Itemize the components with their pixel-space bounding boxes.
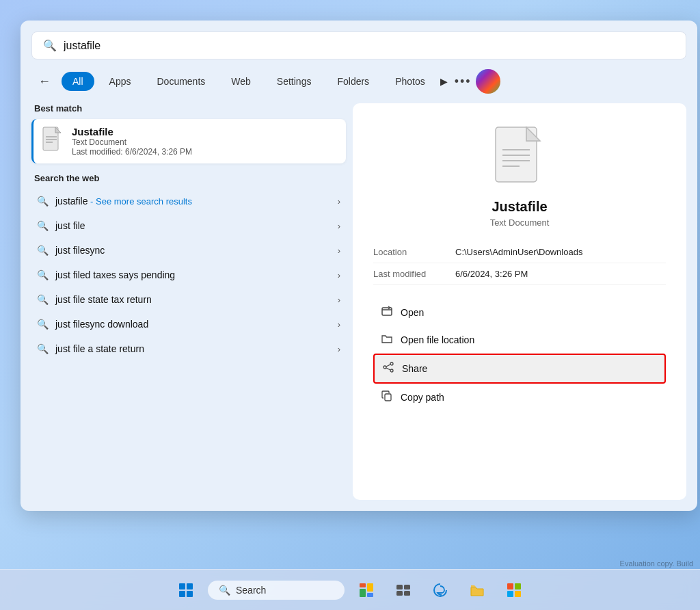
list-item[interactable]: 🔍 just filesync download ›	[31, 312, 346, 336]
svg-rect-26	[396, 585, 403, 589]
svg-rect-27	[404, 585, 410, 589]
tab-photos[interactable]: Photos	[384, 72, 436, 91]
list-item[interactable]: 🔍 just filed taxes says pending ›	[31, 263, 346, 287]
svg-line-16	[386, 368, 390, 370]
svg-rect-23	[360, 589, 366, 597]
chevron-right-icon: ›	[338, 344, 340, 354]
content-area: Best match Justafile Text Document	[31, 103, 686, 500]
file-details: Justafile Text Document Last modified: 6…	[72, 126, 192, 157]
chevron-right-icon: ›	[338, 221, 340, 231]
copy-path-button[interactable]: Copy path	[373, 384, 666, 411]
svg-rect-24	[367, 583, 373, 592]
tab-folders[interactable]: Folders	[326, 72, 380, 91]
chevron-right-icon: ›	[338, 319, 340, 330]
search-icon: 🔍	[37, 319, 49, 330]
search-icon: 🔍	[37, 294, 49, 305]
svg-rect-18	[179, 583, 185, 589]
open-file-location-label: Open file location	[401, 334, 474, 345]
list-item[interactable]: 🔍 justafile - See more search results ›	[31, 189, 346, 213]
svg-line-15	[386, 364, 390, 367]
taskbar: 🔍 Search	[0, 569, 700, 610]
search-icon: 🔍	[37, 245, 49, 256]
svg-rect-32	[507, 591, 513, 597]
best-match-label: Best match	[31, 103, 346, 114]
start-button[interactable]	[171, 575, 201, 605]
file-preview-name: Justafile	[492, 199, 547, 215]
svg-rect-11	[382, 308, 392, 315]
tab-settings[interactable]: Settings	[266, 72, 323, 91]
taskbar-search[interactable]: 🔍 Search	[208, 581, 345, 600]
svg-rect-25	[367, 593, 373, 597]
widgets-button[interactable]	[351, 575, 381, 605]
svg-point-13	[390, 369, 393, 372]
best-match-item[interactable]: Justafile Text Document Last modified: 6…	[31, 119, 346, 163]
play-button[interactable]: ▶	[440, 76, 448, 87]
search-icon: 🔍	[43, 39, 57, 52]
open-button[interactable]: Open	[373, 299, 666, 326]
meta-location-row: Location C:\Users\AdminUser\Downloads	[373, 241, 666, 263]
svg-rect-33	[515, 591, 521, 597]
search-input[interactable]	[64, 40, 675, 52]
taskbar-search-label: Search	[236, 585, 266, 596]
location-value: C:\Users\AdminUser\Downloads	[455, 247, 582, 257]
chevron-right-icon: ›	[338, 270, 340, 280]
search-panel: 🔍 ← All Apps Documents Web Settings Fold…	[21, 21, 697, 511]
chevron-right-icon: ›	[338, 246, 340, 256]
file-icon	[42, 126, 64, 157]
location-label: Location	[373, 247, 455, 257]
modified-label: Last modified	[373, 269, 455, 279]
store-button[interactable]	[499, 575, 529, 605]
search-bar: 🔍	[31, 31, 686, 59]
file-preview-type: Text Document	[490, 217, 550, 228]
svg-rect-20	[179, 591, 185, 597]
search-icon: 🔍	[37, 220, 49, 231]
file-explorer-button[interactable]	[462, 575, 492, 605]
search-icon: 🔍	[37, 343, 49, 354]
more-button[interactable]: •••	[455, 75, 472, 89]
tab-all[interactable]: All	[62, 72, 94, 91]
search-icon: 🔍	[37, 269, 49, 280]
chevron-right-icon: ›	[338, 196, 340, 207]
back-button[interactable]: ←	[34, 72, 55, 92]
svg-point-14	[383, 366, 386, 369]
svg-point-12	[390, 362, 393, 365]
result-text: just filed taxes says pending	[55, 269, 338, 280]
list-item[interactable]: 🔍 just file ›	[31, 213, 346, 238]
tab-apps[interactable]: Apps	[98, 72, 142, 91]
search-web-label: Search the web	[31, 173, 346, 183]
svg-rect-21	[187, 591, 193, 597]
open-file-location-button[interactable]: Open file location	[373, 326, 666, 354]
taskbar-search-icon: 🔍	[219, 585, 230, 596]
filter-tabs: ← All Apps Documents Web Settings Folder…	[31, 69, 686, 94]
result-text: just file a state return	[55, 343, 338, 354]
list-item[interactable]: 🔍 just file a state return ›	[31, 336, 346, 361]
tab-web[interactable]: Web	[220, 72, 262, 91]
file-name: Justafile	[72, 126, 192, 137]
copy-icon	[381, 390, 392, 404]
tab-documents[interactable]: Documents	[146, 72, 216, 91]
list-item[interactable]: 🔍 just file state tax return ›	[31, 287, 346, 312]
list-item[interactable]: 🔍 just filesync ›	[31, 238, 346, 263]
modified-value: 6/6/2024, 3:26 PM	[455, 269, 528, 279]
taskview-button[interactable]	[388, 575, 418, 605]
svg-rect-22	[360, 583, 366, 587]
result-text: justafile - See more search results	[55, 196, 338, 207]
file-modified: Last modified: 6/6/2024, 3:26 PM	[72, 147, 192, 157]
result-text: just filesync	[55, 245, 338, 256]
svg-rect-28	[396, 591, 403, 596]
right-panel: Justafile Text Document Location C:\User…	[353, 103, 686, 500]
share-icon	[383, 362, 394, 375]
svg-rect-19	[187, 583, 193, 589]
svg-rect-17	[385, 394, 391, 401]
share-button[interactable]: Share	[373, 354, 666, 384]
open-icon	[381, 306, 392, 319]
action-list: Open Open file location	[366, 299, 673, 411]
open-label: Open	[401, 307, 424, 318]
copilot-icon[interactable]	[476, 69, 500, 94]
folder-icon	[381, 333, 392, 347]
file-type: Text Document	[72, 137, 192, 147]
search-icon: 🔍	[37, 196, 49, 207]
edge-button[interactable]	[425, 575, 455, 605]
svg-rect-29	[404, 591, 410, 596]
eval-watermark: Evaluation copy. Build	[620, 559, 693, 568]
